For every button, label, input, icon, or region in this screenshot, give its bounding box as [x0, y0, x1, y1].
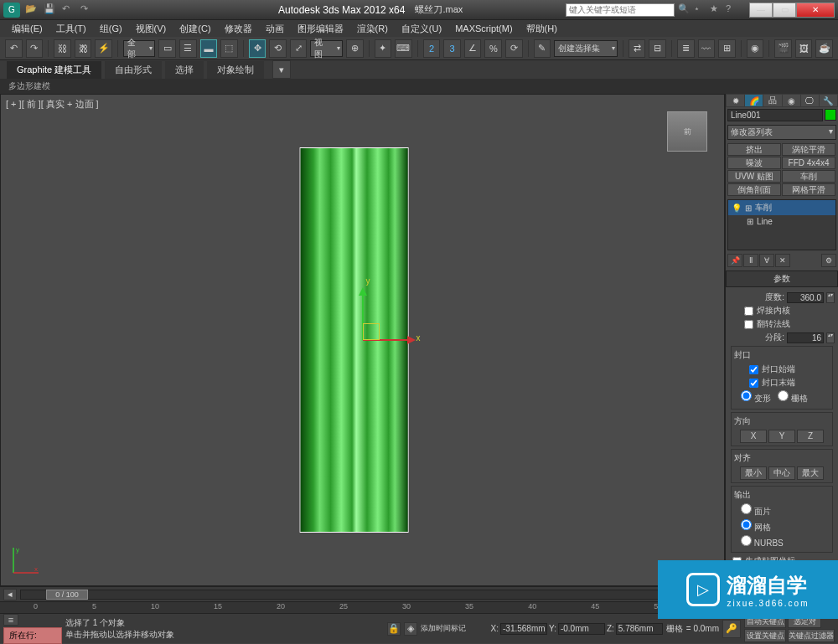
manipulate-icon[interactable]: ✦: [375, 39, 392, 58]
mod-btn-uvw[interactable]: UVW 贴图: [727, 170, 781, 183]
modifier-list-dropdown[interactable]: 修改器列表▾: [727, 125, 836, 140]
axis-x-button[interactable]: X: [740, 430, 767, 443]
angle-snap-icon[interactable]: ∠: [464, 39, 482, 58]
mod-btn-bevel-profile[interactable]: 倒角剖面: [727, 183, 781, 196]
mod-btn-noise[interactable]: 噪波: [727, 157, 781, 169]
modifier-stack[interactable]: 💡⊞车削 ⊞Line: [727, 199, 836, 250]
menu-create[interactable]: 创建(C): [173, 21, 217, 37]
snap-2d-icon[interactable]: 2: [423, 39, 441, 58]
make-unique-icon[interactable]: ∀: [759, 254, 774, 267]
menu-views[interactable]: 视图(V): [129, 21, 173, 37]
menu-rendering[interactable]: 渲染(R): [350, 21, 395, 37]
menu-graph-editors[interactable]: 图形编辑器: [291, 21, 350, 37]
menu-animation[interactable]: 动画: [259, 21, 291, 37]
lightbulb-icon[interactable]: 💡: [732, 204, 742, 213]
help-search-input[interactable]: [566, 3, 675, 17]
render-production-icon[interactable]: ☕: [815, 39, 833, 58]
isolate-selection-icon[interactable]: ◈: [404, 622, 417, 636]
comm-center-icon[interactable]: ⋆: [694, 3, 707, 17]
morph-radio[interactable]: 变形: [741, 390, 771, 404]
motion-tab-icon[interactable]: ◉: [783, 95, 800, 106]
bind-space-warp-icon[interactable]: ⚡: [95, 39, 112, 58]
expand-icon[interactable]: ⊞: [745, 204, 752, 213]
menu-customize[interactable]: 自定义(U): [395, 21, 448, 37]
curve-editor-icon[interactable]: 〰: [698, 39, 716, 58]
align-min-button[interactable]: 最小: [740, 466, 767, 480]
close-button[interactable]: ✕: [796, 3, 835, 18]
mod-btn-ffd[interactable]: FFD 4x4x4: [782, 157, 835, 169]
select-by-name-icon[interactable]: ☰: [179, 39, 197, 58]
select-move-icon[interactable]: ✥: [249, 39, 266, 58]
ribbon-config-icon[interactable]: ▾: [272, 60, 291, 79]
mod-btn-meshsmooth[interactable]: 网格平滑: [782, 183, 835, 196]
spinner-buttons[interactable]: ▴▾: [826, 332, 835, 343]
layer-manager-icon[interactable]: ≣: [677, 39, 695, 58]
set-key-button[interactable]: 设置关键点: [744, 629, 786, 642]
menu-help[interactable]: 帮助(H): [520, 21, 564, 37]
x-coord-field[interactable]: -31.568mm: [500, 623, 547, 635]
mod-btn-turbosmooth[interactable]: 涡轮平滑: [782, 143, 835, 156]
object-name-field[interactable]: Line001: [727, 109, 823, 121]
script-line-button[interactable]: 所在行:: [3, 627, 62, 644]
unlink-icon[interactable]: ⛓̸: [75, 39, 92, 58]
help-icon[interactable]: ?: [726, 3, 739, 17]
percent-snap-icon[interactable]: %: [484, 39, 502, 58]
lock-selection-icon[interactable]: 🔒: [387, 622, 401, 636]
favorites-icon[interactable]: ★: [710, 3, 723, 17]
window-crossing-icon[interactable]: ⬚: [220, 39, 238, 58]
utilities-tab-icon[interactable]: 🔧: [820, 95, 837, 106]
edit-named-sel-icon[interactable]: ✎: [534, 39, 551, 58]
axis-y-button[interactable]: Y: [768, 430, 795, 443]
qat-redo-icon[interactable]: ↷: [80, 3, 94, 17]
material-editor-icon[interactable]: ◉: [747, 39, 764, 58]
redo-icon[interactable]: ↷: [26, 39, 44, 58]
configure-sets-icon[interactable]: ⚙: [821, 254, 836, 267]
xy-plane-handle[interactable]: [363, 323, 380, 340]
degrees-spinner[interactable]: 360.0: [787, 292, 824, 303]
z-coord-field[interactable]: 5.786mm: [616, 623, 663, 635]
select-rotate-icon[interactable]: ⟲: [269, 39, 287, 58]
cap-start-checkbox[interactable]: [749, 365, 758, 374]
spinner-snap-icon[interactable]: ⟳: [505, 39, 523, 58]
align-icon[interactable]: ⊟: [649, 39, 666, 58]
app-icon[interactable]: G: [3, 3, 20, 18]
tab-freeform[interactable]: 自由形式: [105, 61, 162, 79]
mod-btn-extrude[interactable]: 挤出: [727, 143, 781, 156]
snap-3d-icon[interactable]: 3: [443, 39, 461, 58]
viewport-label[interactable]: [ + ][ 前 ][ 真实 + 边面 ]: [6, 98, 99, 111]
menu-edit[interactable]: 编辑(E): [5, 21, 49, 37]
expand-icon[interactable]: ⊞: [747, 217, 753, 226]
patch-radio[interactable]: 面片: [741, 503, 830, 518]
mirror-icon[interactable]: ⇄: [628, 39, 646, 58]
rendered-frame-icon[interactable]: 🖼: [795, 39, 813, 58]
select-scale-icon[interactable]: ⤢: [290, 39, 308, 58]
minimize-button[interactable]: —: [749, 3, 773, 18]
stack-item-lathe[interactable]: 💡⊞车削: [728, 200, 835, 215]
weld-core-checkbox[interactable]: [744, 307, 753, 316]
align-max-button[interactable]: 最大: [797, 466, 824, 480]
viewport[interactable]: [ + ][ 前 ][ 真实 + 边面 ] y x 前 yx: [0, 94, 725, 586]
set-key-icon[interactable]: 🔑: [722, 620, 741, 638]
named-selection-dropdown[interactable]: 创建选择集: [554, 40, 618, 57]
flip-normals-checkbox[interactable]: [744, 320, 753, 329]
prev-key-icon[interactable]: ◂: [3, 589, 17, 600]
maxscript-mini-listener-icon[interactable]: ≡: [3, 614, 18, 626]
pivot-center-icon[interactable]: ⊕: [346, 39, 364, 58]
segments-spinner[interactable]: 16: [787, 332, 824, 343]
object-color-swatch[interactable]: [825, 109, 836, 121]
tab-graphite-modeling[interactable]: Graphite 建模工具: [7, 61, 101, 79]
mesh-radio[interactable]: 网格: [741, 519, 830, 533]
ribbon-panel-label[interactable]: 多边形建模: [0, 79, 838, 94]
y-coord-field[interactable]: -0.0mm: [558, 623, 605, 635]
menu-maxscript[interactable]: MAXScript(M): [448, 22, 519, 35]
menu-group[interactable]: 组(G): [93, 21, 129, 37]
hierarchy-tab-icon[interactable]: 品: [763, 95, 781, 106]
menu-tools[interactable]: 工具(T): [49, 21, 93, 37]
schematic-view-icon[interactable]: ⊞: [718, 39, 736, 58]
time-handle[interactable]: 0 / 100: [46, 590, 88, 600]
mod-btn-lathe[interactable]: 车削: [782, 170, 835, 183]
cap-end-checkbox[interactable]: [749, 379, 758, 388]
stack-item-line[interactable]: ⊞Line: [728, 215, 835, 228]
qat-undo-icon[interactable]: ↶: [62, 3, 75, 17]
axis-z-button[interactable]: Z: [797, 430, 824, 443]
